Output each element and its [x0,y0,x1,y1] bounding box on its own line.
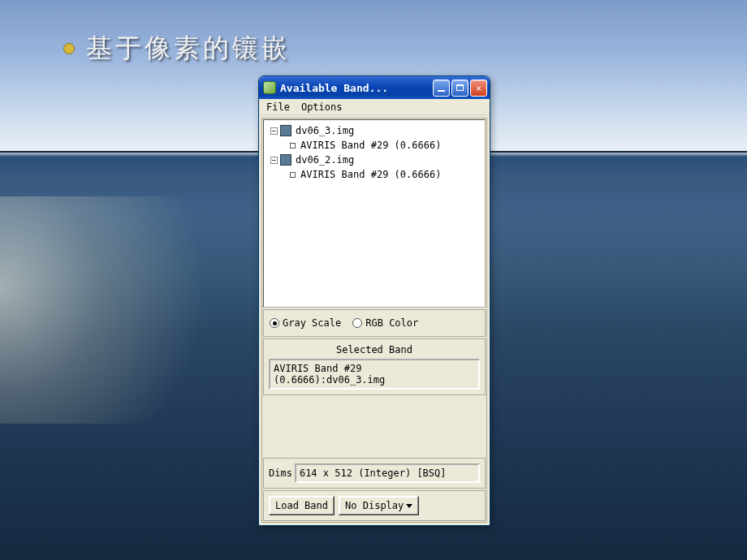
sun-flare [0,196,260,424]
tree-file-label: dv06_2.img [296,154,354,166]
load-band-label: Load Band [275,500,328,511]
dims-value: 614 x 512 (Integer) [BSQ] [295,463,480,483]
image-file-icon [280,154,291,166]
display-select-label: No Display [345,500,404,511]
band-bullet-icon [290,172,296,178]
button-row: Load Band No Display [263,490,486,521]
display-select-button[interactable]: No Display [339,496,419,515]
tree-file-node[interactable]: − dv06_2.img [266,153,483,167]
slide-bullet-text: 基于像素的镶嵌 [86,31,291,67]
bullet-icon [63,43,75,54]
radio-selected-icon [270,318,279,328]
dims-group: Dims 614 x 512 (Integer) [BSQ] [263,458,486,489]
chevron-down-icon [406,504,412,508]
radio-gray-label: Gray Scale [283,317,341,329]
menu-options[interactable]: Options [297,101,347,114]
collapse-icon[interactable]: − [270,127,278,135]
band-tree[interactable]: − dv06_3.img AVIRIS Band #29 (0.6666) − … [263,119,486,308]
minimize-button[interactable] [433,80,450,97]
tree-band-label: AVIRIS Band #29 (0.6666) [300,140,441,151]
band-bullet-icon [290,143,296,149]
tree-file-node[interactable]: − dv06_3.img [266,123,483,138]
radio-unselected-icon [352,318,362,328]
menu-file[interactable]: File [262,101,294,114]
display-mode-group: Gray Scale RGB Color [263,309,486,337]
menubar: File Options [259,99,490,115]
titlebar[interactable]: Available Band... [259,76,490,99]
tree-band-node[interactable]: AVIRIS Band #29 (0.6666) [266,167,483,182]
collapse-icon[interactable]: − [270,157,278,164]
content-frame: − dv06_3.img AVIRIS Band #29 (0.6666) − … [261,118,487,523]
available-bands-window: Available Band... File Options − dv06_3.… [258,75,490,526]
selected-band-title: Selected Band [269,344,480,359]
tree-band-label: AVIRIS Band #29 (0.6666) [300,169,441,180]
load-band-button[interactable]: Load Band [269,496,335,515]
radio-rgb-label: RGB Color [365,317,418,329]
radio-rgb-color[interactable]: RGB Color [352,317,418,329]
image-file-icon [280,125,291,136]
selected-band-value: AVIRIS Band #29 (0.6666):dv06_3.img [269,359,480,390]
maximize-button[interactable] [451,80,468,97]
tree-band-node[interactable]: AVIRIS Band #29 (0.6666) [266,138,483,153]
radio-gray-scale[interactable]: Gray Scale [270,317,341,329]
spacer [262,396,486,457]
tree-file-label: dv06_3.img [296,125,354,136]
dims-label: Dims [269,467,292,479]
close-button[interactable] [470,80,487,97]
slide-bullet-row: 基于像素的镶嵌 [63,31,291,67]
maximize-icon [456,84,464,91]
window-title: Available Band... [280,82,433,94]
selected-band-group: Selected Band AVIRIS Band #29 (0.6666):d… [263,338,486,395]
app-icon [263,81,276,94]
minimize-icon [438,90,445,92]
